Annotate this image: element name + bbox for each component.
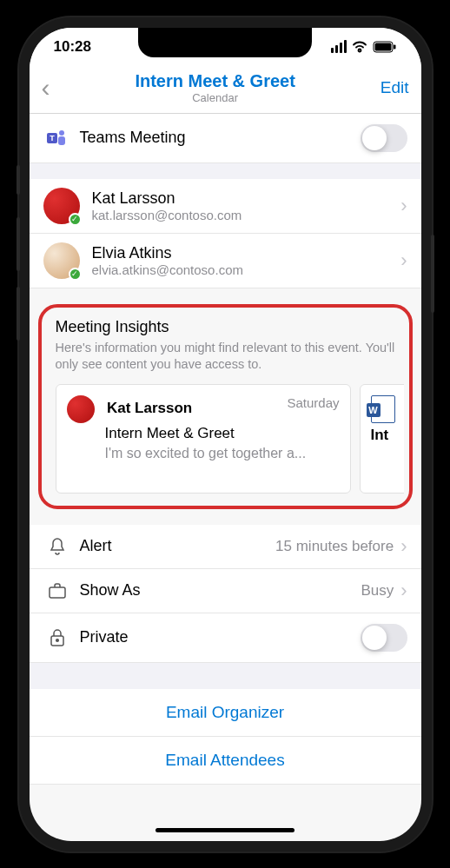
home-indicator[interactable]: [156, 828, 294, 832]
back-button[interactable]: ‹: [42, 73, 50, 103]
show-as-label: Show As: [80, 581, 361, 600]
insight-subject: Intern Meet & Greet: [105, 425, 340, 442]
show-as-value: Busy: [361, 582, 394, 600]
alert-label: Alert: [80, 537, 276, 555]
presence-available-icon: ✓: [69, 268, 82, 281]
svg-point-5: [59, 130, 64, 136]
alert-value: 15 minutes before: [275, 538, 394, 555]
page-title: Intern Meet & Greet: [50, 71, 381, 91]
private-label: Private: [80, 628, 361, 646]
cellular-icon: [331, 40, 347, 53]
meeting-insights-highlight: Meeting Insights Here's information you …: [38, 304, 413, 509]
svg-rect-1: [374, 43, 391, 50]
bell-icon: [43, 537, 71, 556]
alert-row[interactable]: Alert 15 minutes before ›: [30, 525, 421, 569]
insight-card-document[interactable]: Int Elv Up: [360, 384, 404, 494]
avatar: ✓: [43, 188, 80, 224]
teams-icon: T: [43, 129, 71, 148]
insights-description: Here's information you might find releva…: [56, 340, 395, 374]
avatar: [67, 395, 95, 423]
edit-button[interactable]: Edit: [381, 78, 409, 97]
insights-title: Meeting Insights: [56, 318, 395, 336]
chevron-right-icon: ›: [400, 535, 407, 558]
teams-toggle[interactable]: [361, 124, 407, 152]
presence-available-icon: ✓: [69, 213, 82, 226]
lock-icon: [43, 628, 71, 647]
attendee-email: kat.larsson@contoso.com: [92, 208, 401, 222]
insight-doc-title: Int: [371, 427, 389, 443]
insight-card-email[interactable]: Kat Larsson Saturday Intern Meet & Greet…: [56, 384, 351, 494]
status-time: 10:28: [54, 38, 91, 56]
show-as-row[interactable]: Show As Busy ›: [30, 569, 421, 613]
email-attendees-button[interactable]: Email Attendees: [30, 737, 421, 785]
attendee-email: elvia.atkins@contoso.com: [92, 262, 401, 277]
svg-rect-6: [58, 136, 65, 145]
private-row: Private: [30, 613, 421, 663]
battery-icon: [373, 41, 397, 53]
word-document-icon: [371, 395, 395, 423]
nav-header: ‹ Intern Meet & Greet Calendar Edit: [30, 66, 421, 114]
avatar: ✓: [43, 242, 80, 279]
svg-rect-2: [394, 44, 396, 49]
briefcase-icon: [43, 582, 71, 600]
attendee-row-0[interactable]: ✓ Kat Larsson kat.larsson@contoso.com ›: [30, 179, 421, 234]
chevron-right-icon: ›: [400, 580, 407, 602]
private-toggle[interactable]: [361, 624, 407, 652]
chevron-right-icon: ›: [400, 195, 407, 217]
attendee-name: Elvia Atkins: [92, 244, 401, 262]
email-organizer-button[interactable]: Email Organizer: [30, 689, 421, 737]
teams-meeting-label: Teams Meeting: [80, 129, 361, 147]
attendee-name: Kat Larsson: [92, 189, 401, 208]
svg-text:T: T: [50, 134, 55, 142]
svg-rect-7: [50, 587, 65, 598]
status-indicators: [331, 40, 397, 53]
insight-preview: I'm so excited to get together a...: [105, 446, 340, 461]
insight-from: Kat Larsson: [107, 400, 192, 416]
wifi-icon: [352, 41, 367, 53]
insight-time: Saturday: [287, 395, 339, 410]
chevron-right-icon: ›: [400, 249, 407, 272]
attendee-row-1[interactable]: ✓ Elvia Atkins elvia.atkins@contoso.com …: [30, 234, 421, 288]
svg-point-9: [56, 639, 58, 641]
teams-meeting-row: T Teams Meeting: [30, 114, 421, 163]
page-subtitle: Calendar: [50, 91, 381, 104]
